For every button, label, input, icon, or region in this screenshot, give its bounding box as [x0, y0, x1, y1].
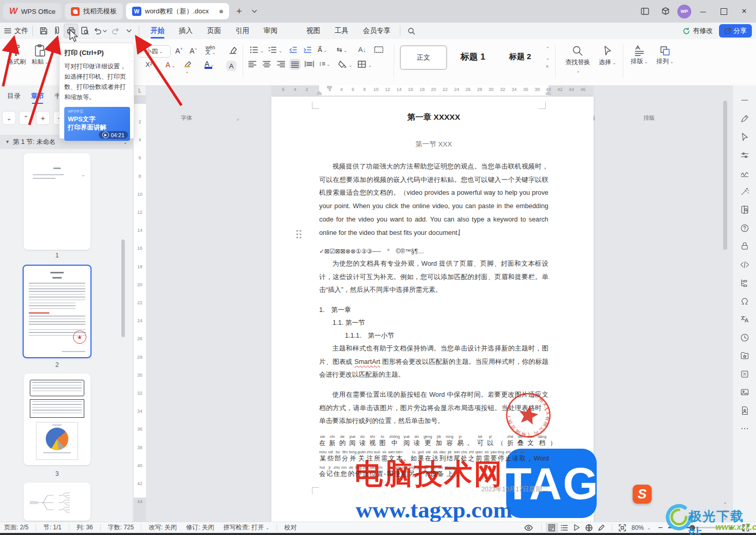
more-ellipsis-icon[interactable]: [740, 424, 749, 433]
panel-scrollbar[interactable]: [121, 239, 125, 337]
paragraph-drag-handle[interactable]: [296, 229, 302, 239]
align-center-icon[interactable]: [263, 61, 271, 67]
tab-view[interactable]: [285, 23, 299, 39]
edit-pen-icon[interactable]: [740, 114, 749, 123]
history-clock-icon[interactable]: [740, 333, 749, 342]
expand-button[interactable]: ⌃: [19, 111, 33, 125]
status-spellcheck[interactable]: 拼写检查: 打开 ⌄: [224, 523, 270, 532]
select-cursor-icon[interactable]: [740, 132, 749, 141]
tab-member[interactable]: 会员专享: [356, 23, 398, 39]
horizontal-ruler[interactable]: 6422468101214161820222426283032343638404…: [271, 85, 594, 96]
tab-stop-selector[interactable]: L: [134, 85, 146, 96]
tab-tools[interactable]: 工具: [327, 23, 356, 39]
phonetic-guide-icon[interactable]: wén文⌄: [205, 45, 216, 55]
fullscreen-icon[interactable]: [616, 523, 629, 532]
save-icon[interactable]: [37, 24, 50, 38]
close-box-icon[interactable]: [740, 370, 749, 379]
zoom-chevron[interactable]: ⌄: [647, 525, 651, 530]
file-menu[interactable]: 文件: [11, 23, 32, 39]
typeset-button[interactable]: 排版⌄: [628, 45, 651, 66]
increase-indent-icon[interactable]: [303, 46, 311, 53]
style-normal[interactable]: 正文: [400, 45, 447, 70]
maximize-button[interactable]: [715, 4, 732, 19]
highlight-color-icon[interactable]: ⌄: [184, 61, 192, 75]
decrease-font-icon[interactable]: A−: [190, 46, 197, 55]
3d-cube-icon[interactable]: [657, 4, 674, 19]
page-view-icon[interactable]: [546, 523, 558, 532]
web-layout-icon[interactable]: [583, 523, 595, 532]
structure-icon[interactable]: [740, 278, 749, 287]
omega-symbol-icon[interactable]: [740, 297, 749, 306]
status-proofread[interactable]: 校对: [284, 523, 297, 532]
superscript-icon[interactable]: X²⌄: [145, 61, 157, 68]
magic-wand-icon[interactable]: [740, 187, 749, 196]
modified-status[interactable]: 有修改: [683, 26, 713, 35]
close-button[interactable]: ×: [735, 4, 753, 19]
clear-format-icon[interactable]: [228, 46, 237, 54]
line-spacing-icon[interactable]: ↕≡⌄: [319, 60, 330, 67]
font-size-select[interactable]: 小四⌄: [138, 45, 171, 58]
style-heading2[interactable]: 标题 2: [497, 45, 543, 68]
collapse-line-icon[interactable]: [740, 96, 749, 105]
arrange-button[interactable]: 排列⌄: [654, 45, 676, 66]
styles-up-chevron[interactable]: ⌃: [546, 46, 550, 51]
paste-button[interactable]: 粘贴⌄: [30, 44, 50, 66]
status-overtype[interactable]: 改写: 关闭: [149, 523, 177, 532]
share-button[interactable]: 分享: [719, 24, 752, 38]
font-dialog-launcher[interactable]: ⌟: [236, 115, 239, 121]
page-thumbnail-2[interactable]: ★: [23, 265, 91, 358]
sidebar-toggle-icon[interactable]: [636, 4, 654, 19]
font-color-icon[interactable]: A⌄: [205, 60, 214, 69]
print-preview-icon[interactable]: [78, 24, 91, 38]
lock-icon[interactable]: [740, 242, 749, 251]
tab-review[interactable]: 审阅: [256, 23, 285, 39]
wps-office-tab[interactable]: W WPS Office: [3, 3, 62, 20]
image-icon[interactable]: [740, 388, 749, 397]
show-marks-icon[interactable]: [374, 46, 383, 53]
outline-view-icon[interactable]: [558, 523, 570, 532]
status-revision[interactable]: 修订: 关闭: [186, 523, 214, 532]
new-tab-button[interactable]: +: [232, 4, 246, 19]
tab-chapters[interactable]: 章节: [31, 91, 44, 104]
status-page[interactable]: 页面: 2/5: [4, 523, 28, 532]
bullets-icon[interactable]: [250, 46, 258, 53]
char-shading-icon[interactable]: A: [226, 61, 236, 71]
numbering-chevron[interactable]: ⌄: [279, 48, 283, 53]
document-tab[interactable]: W word教程（新）.docx: [126, 3, 229, 20]
page-thumbnail-1[interactable]: [24, 153, 90, 250]
help-icon[interactable]: [740, 224, 749, 233]
minimize-button[interactable]: ─: [694, 4, 712, 19]
search-icon[interactable]: [404, 24, 418, 38]
increase-font-icon[interactable]: A+: [175, 46, 183, 55]
adjust-sliders-icon[interactable]: [740, 151, 749, 160]
tab-insert[interactable]: 插入: [172, 23, 200, 39]
tab-contents[interactable]: 目录: [7, 91, 21, 104]
page-nav-buttons[interactable]: ⌃▭⌄: [721, 501, 729, 521]
export-pdf-icon[interactable]: [50, 24, 64, 38]
distribute-icon[interactable]: [305, 61, 314, 67]
document-scrollbar[interactable]: [723, 101, 727, 250]
read-mode-icon[interactable]: [570, 523, 583, 532]
ltr-rtl-icon[interactable]: ⇆⌄: [337, 46, 347, 53]
shading-icon[interactable]: [338, 61, 346, 68]
decrease-indent-icon[interactable]: [289, 46, 297, 53]
text-direction-icon[interactable]: A⃗⌄: [318, 46, 327, 53]
eye-protect-icon[interactable]: [523, 523, 535, 532]
favorite-folder-icon[interactable]: [740, 351, 749, 360]
shading-chevron[interactable]: ⌄: [348, 63, 353, 68]
docer-template-tab[interactable]: 找稻壳模板: [65, 3, 123, 20]
borders-chevron[interactable]: ⌄: [368, 63, 372, 68]
status-section[interactable]: 节: 1/1: [43, 523, 61, 532]
tab-list-chevron[interactable]: [249, 4, 260, 19]
zoom-out-button[interactable]: −: [658, 523, 662, 532]
undo-icon[interactable]: [91, 24, 109, 38]
tooltip-video-card[interactable]: WPS学堂 WPS文字 打印界面讲解 04:21: [64, 107, 130, 141]
style-heading1[interactable]: 标题 1: [449, 45, 496, 68]
align-right-icon[interactable]: [277, 61, 285, 67]
ink-pen-icon[interactable]: [595, 523, 607, 532]
format-painter-button[interactable]: 格式刷: [6, 44, 27, 66]
add-section-button[interactable]: +: [36, 111, 50, 125]
page-thumbnail-4[interactable]: [24, 483, 90, 521]
vertical-ruler[interactable]: 2468101214161820222426283032343638404244: [134, 96, 146, 522]
collapse-all-button[interactable]: ⌄: [2, 111, 16, 125]
